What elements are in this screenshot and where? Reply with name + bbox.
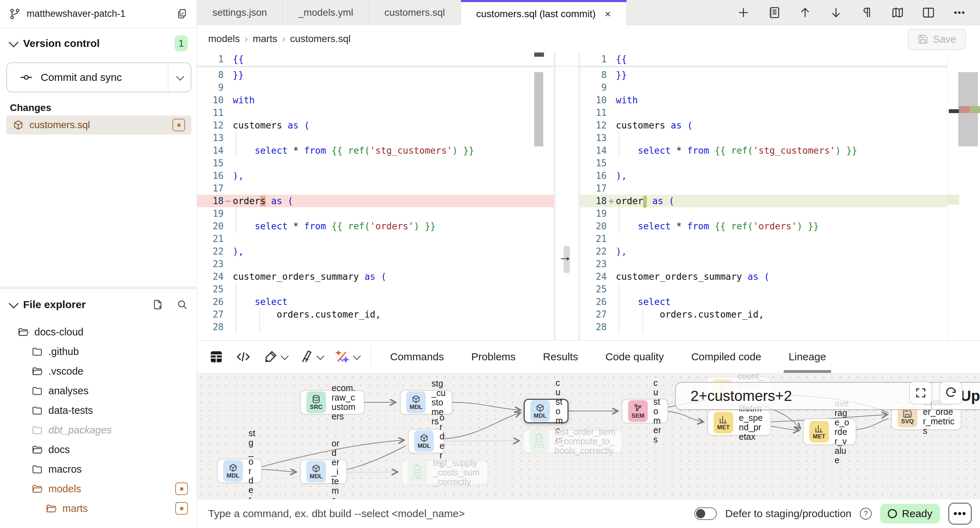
pilcrow-icon[interactable] [860,6,873,19]
file-explorer-header[interactable]: File explorer [0,296,197,313]
plus-icon[interactable] [737,6,750,19]
panel-tab-results[interactable]: Results [543,341,578,373]
panel-tab-problems[interactable]: Problems [471,341,515,373]
line-number: 8 [197,69,224,81]
lineage-node-customers[interactable]: MDLcustomers [523,399,568,423]
build-action[interactable] [263,349,287,365]
command-input[interactable] [208,508,692,520]
lineage-node-ecom-raw-customers[interactable]: SRCecom.raw_customers [300,390,364,415]
changed-file-row[interactable]: customers.sql [6,116,191,135]
line-marker [224,233,233,245]
code-text [616,233,980,245]
lineage-node-order-items[interactable]: MDLorder_items [300,459,347,484]
chevron-down-icon [353,352,361,360]
refresh-button[interactable] [939,381,963,404]
breadcrumb-item[interactable]: marts [253,33,277,44]
line-number: 24 [197,270,224,283]
format-action[interactable] [299,349,323,365]
commit-options-caret[interactable] [168,63,191,92]
scrollbar[interactable] [534,72,543,146]
tab--models-yml[interactable]: _models.yml [283,0,369,25]
new-file-icon[interactable] [152,299,163,310]
node-type-badge: SRC [310,404,323,411]
tree-item-docs-cloud[interactable]: docs-cloud [0,322,197,342]
diff-pane-original[interactable]: 1{{ 8}}910with1112customers as (1314 sel… [197,52,554,340]
panel-tab-compiled-code[interactable]: Compiled code [691,341,761,373]
indent-guide [235,132,236,144]
split-view-icon[interactable] [922,6,935,19]
code-text: select [233,295,554,308]
line-number: 26 [197,295,224,308]
line-number: 27 [580,308,607,321]
line-marker: − [224,195,233,207]
line-number: 27 [197,308,224,321]
arrow-down-icon[interactable] [829,6,843,19]
lineage-node-test-supply-costs-sum-correctly[interactable]: TSTtest_supply_costs_sum_correctly [401,460,488,485]
tree-item-macros[interactable]: macros [0,459,197,479]
diff-pane-modified[interactable]: 1{{ 8}}910with1112customers as (1314 sel… [580,52,980,340]
tree-item-models[interactable]: models [0,479,197,499]
tree-item--vscode[interactable]: .vscode [0,362,197,381]
fullscreen-button[interactable] [909,381,932,404]
lineage-node-stg-orders[interactable]: MDLstg_orders [217,459,262,483]
lineage-node-test-order-items-compute-to-bools-correctly[interactable]: TSTtest_order_items_compute_to_bools_cor… [523,430,622,453]
line-number: 23 [197,258,224,270]
ai-assist-icon [334,349,350,365]
defer-toggle[interactable] [694,507,717,520]
code-text [616,182,980,195]
breadcrumb-item[interactable]: customers.sql [290,33,351,44]
breadcrumb-item[interactable]: models [208,33,240,44]
node-type-badge: MDL [410,404,423,411]
src-node-icon: SRC [306,392,326,413]
lineage-node-lifetime-spend-pretax[interactable]: METlifetime_spend_pretax [707,410,771,436]
code-icon[interactable] [235,349,251,365]
tab-customers-sql-last-commit-[interactable]: customers.sql (last commit)× [461,0,627,25]
line-marker [224,81,233,94]
tab-customers-sql[interactable]: customers.sql [369,0,461,25]
line-number: 11 [197,106,224,119]
command-bar: Defer to staging/production ? Ready ••• [197,499,980,528]
more-options-button[interactable]: ••• [948,503,972,525]
panel-tab-lineage[interactable]: Lineage [789,341,826,373]
panel-tab-commands[interactable]: Commands [390,341,444,373]
lineage-node-orders[interactable]: MDLorders [408,429,444,453]
outline-icon[interactable] [768,6,781,19]
help-icon[interactable]: ? [860,508,872,520]
line-marker [224,106,233,119]
tab-settings-json[interactable]: settings.json [197,0,283,25]
tree-item-dbt-packages[interactable]: dbt_packages [0,420,197,440]
branch-row[interactable]: matthewshaver-patch-1 [0,0,197,28]
code-text [616,106,980,119]
version-control-header[interactable]: Version control 1 [0,35,197,52]
breadcrumb: models›marts›customers.sql [208,33,350,44]
diff-overview-ruler[interactable] [947,52,980,340]
close-icon[interactable]: × [605,8,611,20]
tree-item-docs[interactable]: docs [0,440,197,459]
ai-assist-action[interactable] [334,349,359,365]
mdl-node-icon: MDL [530,400,550,422]
results-table-icon[interactable] [209,349,224,364]
tree-item-analyses[interactable]: analyses [0,381,197,401]
lineage-node-stg-customers[interactable]: MDLstg_customers [400,390,452,415]
more-icon[interactable] [953,6,966,19]
modified-badge [175,482,188,495]
node-label: stg_orders [248,428,256,499]
tree-item-marts[interactable]: marts [0,499,197,518]
lineage-node-customers[interactable]: SEMcustomers [622,399,668,423]
commit-and-sync-button[interactable]: Commit and sync [6,62,191,92]
apply-change-arrow-icon[interactable]: → [558,249,572,264]
tree-item-data-tests[interactable]: data-tests [0,401,197,420]
save-button[interactable]: Save [908,29,966,50]
panel-tab-code-quality[interactable]: Code quality [605,341,664,373]
map-icon[interactable] [891,6,904,19]
tree-item--github[interactable]: .github [0,342,197,362]
lineage-node-average-order-value[interactable]: METaverage_order_value [803,419,856,445]
arrow-up-icon[interactable] [799,6,812,19]
search-icon[interactable] [177,299,188,310]
lineage-selector-input[interactable]: 2+customers+2 [676,383,932,409]
status-badge[interactable]: Ready [880,504,940,523]
chevron-down-icon [9,38,19,47]
copy-branch-icon[interactable] [176,8,188,20]
lineage-canvas[interactable]: SRCecom.raw_customersMDLstg_customersMDL… [197,373,980,499]
code-line: 12customers as ( [580,119,980,132]
